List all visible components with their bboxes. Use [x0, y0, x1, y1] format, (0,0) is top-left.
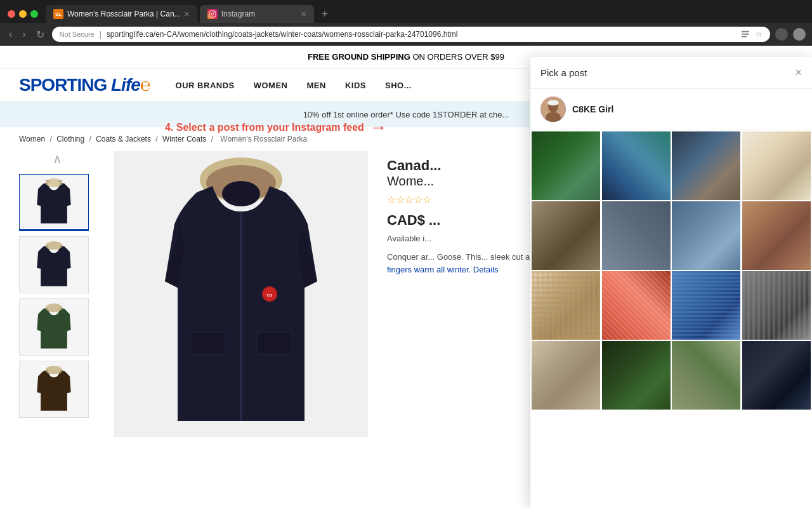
minimize-window-button[interactable] — [19, 10, 27, 18]
instagram-photo-grid — [530, 130, 812, 411]
svg-rect-17 — [190, 332, 225, 354]
product-main-image: CG — [114, 151, 368, 437]
svg-rect-4 — [742, 34, 749, 35]
bookmark-icon[interactable]: ☆ — [756, 30, 763, 39]
url-display: sportinglife.ca/en-CA/women/clothing/coa… — [107, 30, 735, 39]
instruction-overlay: 4. Select a post from your Instagram fee… — [165, 117, 387, 138]
svg-point-8 — [46, 304, 63, 312]
tab-close-sporting[interactable]: × — [185, 9, 190, 19]
instagram-photo-10[interactable] — [602, 271, 671, 340]
thumb-coat-svg-2 — [29, 241, 79, 289]
extension-icon-1[interactable] — [775, 28, 788, 41]
profile-row: C8KE Girl — [530, 89, 812, 130]
breadcrumb-coats-jackets[interactable]: Coats & Jackets — [96, 135, 151, 144]
tab-favicon-sporting: SL — [53, 9, 63, 19]
logo-text: SPORTING Life℮ — [19, 75, 150, 95]
browser-chrome: SL Women's Rossclair Parka | Can... × In… — [0, 0, 812, 46]
nav-shop[interactable]: SHO... — [385, 81, 412, 90]
tab-sporting-life[interactable]: SL Women's Rossclair Parka | Can... × — [46, 5, 197, 23]
product-coat-svg: CG — [146, 154, 336, 434]
svg-rect-23 — [549, 100, 557, 104]
shipping-bold: FREE GROUND SHIPPING — [308, 52, 410, 62]
forward-button[interactable]: › — [20, 27, 28, 41]
panel-header: Pick a post × — [530, 57, 812, 89]
main-nav: OUR BRANDS WOMEN MEN KIDS SHO... — [176, 81, 412, 90]
traffic-lights — [5, 10, 43, 18]
instagram-photo-14[interactable] — [602, 341, 671, 410]
breadcrumb-women[interactable]: Women — [19, 135, 45, 144]
profile-avatar — [540, 97, 566, 122]
instagram-photo-2[interactable] — [602, 131, 671, 200]
nav-our-brands[interactable]: OUR BRANDS — [176, 81, 235, 90]
instruction-label: Select a post from your Instagram feed — [176, 122, 364, 133]
instagram-photo-11[interactable] — [672, 271, 740, 340]
thumbnail-3[interactable] — [19, 298, 89, 356]
tab-favicon-instagram — [207, 9, 218, 19]
fullscreen-window-button[interactable] — [30, 10, 38, 18]
nav-kids[interactable]: KIDS — [345, 81, 366, 90]
svg-point-7 — [46, 241, 63, 250]
instagram-panel: Pick a post × C8KE Girl — [530, 57, 812, 508]
svg-text:CG: CG — [267, 293, 273, 297]
instagram-photo-16[interactable] — [742, 341, 811, 410]
nav-women[interactable]: WOMEN — [254, 81, 288, 90]
instagram-photo-1[interactable] — [532, 131, 600, 200]
instagram-photo-5[interactable] — [532, 201, 600, 270]
avatar-svg — [540, 97, 566, 122]
reader-icon — [740, 29, 750, 39]
instagram-photo-4[interactable] — [742, 131, 811, 200]
instagram-photo-3[interactable] — [672, 131, 740, 200]
tab-instagram[interactable]: Instagram × — [200, 5, 314, 23]
close-window-button[interactable] — [8, 10, 15, 18]
tab-close-instagram[interactable]: × — [301, 9, 306, 19]
svg-point-1 — [211, 13, 214, 15]
address-bar-row: ‹ › ↻ Not Secure | sportinglife.ca/en-CA… — [0, 23, 812, 46]
profile-name: C8KE Girl — [572, 104, 613, 114]
thumbnail-1[interactable] — [19, 174, 89, 231]
instruction-number: 4. — [165, 122, 176, 133]
profile-icon[interactable] — [793, 28, 806, 41]
site-logo[interactable]: SPORTING Life℮ — [19, 75, 150, 95]
instagram-photo-12[interactable] — [742, 271, 811, 340]
address-bar[interactable]: Not Secure | sportinglife.ca/en-CA/women… — [52, 27, 770, 42]
breadcrumb-sep-2: / — [89, 135, 94, 144]
instagram-photo-8[interactable] — [742, 201, 811, 270]
breadcrumb-clothing[interactable]: Clothing — [56, 135, 84, 144]
panel-close-button[interactable]: × — [795, 66, 802, 79]
instruction-arrow: → — [369, 117, 387, 138]
breadcrumb-sep-3: / — [155, 135, 160, 144]
instruction-text: 4. Select a post from your Instagram fee… — [165, 122, 364, 133]
svg-rect-5 — [742, 36, 747, 37]
tab-bar: SL Women's Rossclair Parka | Can... × In… — [0, 0, 812, 23]
new-tab-button[interactable]: + — [317, 8, 334, 21]
instagram-photo-7[interactable] — [672, 201, 740, 270]
svg-point-16 — [222, 181, 260, 206]
instagram-photo-13[interactable] — [532, 341, 600, 410]
thumbnail-list: ∧ — [19, 151, 95, 437]
svg-rect-3 — [742, 31, 749, 32]
svg-point-6 — [46, 178, 63, 187]
instagram-photo-9[interactable] — [532, 271, 600, 340]
tab-label-sporting: Women's Rossclair Parka | Can... — [67, 10, 181, 18]
refresh-button[interactable]: ↻ — [34, 27, 47, 42]
thumb-nav-up[interactable]: ∧ — [19, 151, 95, 166]
shipping-text: ON ORDERS OVER $99 — [412, 52, 504, 62]
panel-title: Pick a post — [540, 67, 587, 78]
instagram-photo-6[interactable] — [602, 201, 671, 270]
svg-point-9 — [46, 366, 63, 374]
svg-point-2 — [214, 12, 215, 13]
thumbnail-4[interactable] — [19, 361, 89, 418]
thumb-coat-svg-1 — [29, 178, 79, 226]
tab-label-instagram: Instagram — [221, 10, 255, 18]
svg-rect-0 — [209, 11, 216, 17]
instagram-photo-15[interactable] — [672, 341, 740, 410]
thumb-coat-svg-4 — [29, 366, 79, 413]
breadcrumb-sep-1: / — [49, 135, 54, 144]
back-button[interactable]: ‹ — [6, 27, 15, 41]
nav-men[interactable]: MEN — [307, 81, 326, 90]
thumbnail-2[interactable] — [19, 236, 89, 293]
thumb-coat-svg-3 — [29, 304, 79, 351]
security-indicator: Not Secure — [60, 30, 95, 38]
svg-rect-18 — [257, 332, 292, 354]
